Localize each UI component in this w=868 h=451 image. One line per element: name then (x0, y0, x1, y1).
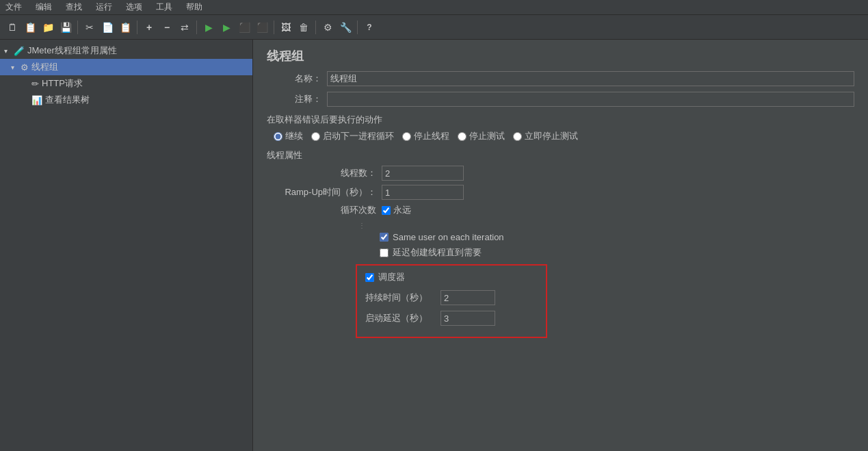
tree-item-thread-group[interactable]: ▾ ⚙ 线程组 (0, 59, 252, 75)
stop-button[interactable]: ⬛ (236, 19, 252, 36)
drag-handle: ⋮ (356, 222, 368, 229)
thread-props-header: 线程属性 (267, 149, 854, 162)
comment-input[interactable] (327, 92, 854, 107)
loop-forever-checkbox[interactable] (382, 206, 391, 215)
menu-bar: 文件 编辑 查找 运行 选项 工具 帮助 (0, 0, 868, 15)
loop-forever-text: 永远 (393, 204, 411, 216)
separator-3 (196, 21, 197, 34)
name-label: 名称： (267, 73, 321, 85)
root-icon: 🧪 (14, 46, 25, 56)
menu-options[interactable]: 选项 (123, 1, 145, 13)
menu-edit[interactable]: 编辑 (33, 1, 55, 13)
radio-next-loop-input[interactable] (311, 132, 320, 141)
menu-run[interactable]: 运行 (93, 1, 115, 13)
expand-button[interactable]: + (141, 19, 157, 36)
same-user-row: Same user on each iteration (267, 232, 854, 242)
loop-row: 循环次数 永远 (267, 204, 854, 216)
tree-item-view-results[interactable]: 📊 查看结果树 (0, 92, 252, 108)
panel-title: 线程组 (253, 40, 868, 71)
thread-count-label: 线程数： (267, 167, 376, 179)
clear-button[interactable]: 🖼 (278, 19, 294, 36)
tree-root-label: JMeter线程组常用属性 (27, 44, 117, 57)
start-button[interactable]: ▶ (200, 19, 217, 36)
radio-next-loop[interactable]: 启动下一进程循环 (311, 130, 394, 142)
remote-button[interactable]: ⚙ (319, 19, 336, 36)
radio-stop-thread-label: 停止线程 (414, 130, 449, 142)
radio-stop-test[interactable]: 停止测试 (458, 130, 505, 142)
delay-create-checkbox[interactable] (380, 248, 389, 257)
tree-item-http-request[interactable]: ✏ HTTP请求 (0, 75, 252, 92)
thread-group-label: 线程组 (31, 61, 58, 73)
clear-all-button[interactable]: 🗑 (295, 19, 312, 36)
separator-2 (137, 21, 137, 34)
action-row: 继续 启动下一进程循环 停止线程 停止测试 立即停止测试 (267, 130, 854, 142)
radio-stop-thread-input[interactable] (402, 132, 411, 141)
function-helper-button[interactable]: 🔧 (337, 19, 354, 36)
name-input[interactable] (327, 71, 854, 86)
http-icon: ✏ (31, 79, 39, 89)
separator-5 (315, 21, 316, 34)
ramp-up-input[interactable] (382, 185, 464, 200)
scheduler-checkbox[interactable] (365, 273, 374, 282)
radio-stop-thread[interactable]: 停止线程 (402, 130, 449, 142)
ramp-up-row: Ramp-Up时间（秒）： (267, 185, 854, 200)
scheduler-section: 调度器 持续时间（秒） 启动延迟（秒） (356, 264, 547, 338)
startup-delay-input[interactable] (440, 311, 495, 326)
paste-button[interactable]: 📋 (117, 19, 133, 36)
comment-row: 注释： (267, 92, 854, 107)
radio-stop-test-now-input[interactable] (513, 132, 522, 141)
toggle-button[interactable]: ⇄ (176, 19, 193, 36)
duration-label: 持续时间（秒） (365, 292, 440, 304)
separator-6 (357, 21, 358, 34)
duration-row: 持续时间（秒） (365, 290, 538, 305)
radio-continue[interactable]: 继续 (274, 130, 303, 142)
cut-button[interactable]: ✂ (81, 19, 98, 36)
radio-continue-input[interactable] (274, 132, 282, 141)
right-panel: 线程组 名称： 注释： 在取样器错误后要执行的动作 继续 (253, 40, 868, 451)
http-request-label: HTTP请求 (42, 77, 83, 90)
open-button[interactable]: 📁 (40, 19, 56, 36)
root-arrow: ▾ (4, 47, 12, 55)
loop-forever-label[interactable]: 永远 (382, 204, 411, 216)
action-section-header: 在取样器错误后要执行的动作 (267, 114, 854, 126)
collapse-button[interactable]: − (159, 19, 175, 36)
radio-next-loop-label: 启动下一进程循环 (323, 130, 394, 142)
tree-root: ▾ 🧪 JMeter线程组常用属性 ▾ ⚙ 线程组 ✏ HTTP请求 📊 查看结… (0, 40, 252, 111)
delay-create-label: 延迟创建线程直到需要 (393, 246, 482, 259)
thread-group-arrow: ▾ (11, 64, 19, 71)
startup-delay-row: 启动延迟（秒） (365, 311, 538, 326)
same-user-checkbox[interactable] (380, 233, 389, 242)
shutdown-button[interactable]: ⬛ (254, 19, 270, 36)
scheduler-label: 调度器 (378, 271, 405, 283)
results-icon: 📊 (31, 95, 42, 105)
help-button[interactable]: ? (361, 19, 378, 36)
left-panel: ▾ 🧪 JMeter线程组常用属性 ▾ ⚙ 线程组 ✏ HTTP请求 📊 查看结… (0, 40, 253, 451)
tree-root-item[interactable]: ▾ 🧪 JMeter线程组常用属性 (0, 42, 252, 59)
name-row: 名称： (267, 71, 854, 86)
thread-props: 线程数： Ramp-Up时间（秒）： 循环次数 永远 (267, 166, 854, 216)
main-layout: ▾ 🧪 JMeter线程组常用属性 ▾ ⚙ 线程组 ✏ HTTP请求 📊 查看结… (0, 40, 868, 451)
radio-stop-test-input[interactable] (458, 132, 466, 141)
loop-count-label: 循环次数 (267, 204, 376, 216)
comment-label: 注释： (267, 93, 321, 105)
delay-create-row: 延迟创建线程直到需要 (267, 246, 854, 259)
new-button[interactable]: 🗒 (4, 19, 21, 36)
start-no-pause-button[interactable]: ▶ (218, 19, 235, 36)
startup-delay-label: 启动延迟（秒） (365, 312, 440, 324)
menu-file[interactable]: 文件 (3, 1, 25, 13)
copy-button[interactable]: 📄 (99, 19, 116, 36)
menu-find[interactable]: 查找 (63, 1, 85, 13)
duration-input[interactable] (440, 290, 495, 305)
template-button[interactable]: 📋 (22, 19, 38, 36)
menu-help[interactable]: 帮助 (183, 1, 205, 13)
thread-count-input[interactable] (382, 166, 464, 181)
form-area: 名称： 注释： 在取样器错误后要执行的动作 继续 启动下一进程循环 (253, 71, 868, 352)
toolbar: 🗒 📋 📁 💾 ✂ 📄 📋 + − ⇄ ▶ ▶ ⬛ ⬛ 🖼 🗑 ⚙ 🔧 ? (0, 15, 868, 40)
menu-tools[interactable]: 工具 (153, 1, 175, 13)
separator-1 (77, 21, 78, 34)
save-button[interactable]: 💾 (57, 19, 74, 36)
radio-stop-test-now[interactable]: 立即停止测试 (513, 130, 578, 142)
ramp-up-label: Ramp-Up时间（秒）： (267, 186, 376, 198)
drag-handle-row: ⋮ (267, 222, 854, 229)
thread-count-row: 线程数： (267, 166, 854, 181)
